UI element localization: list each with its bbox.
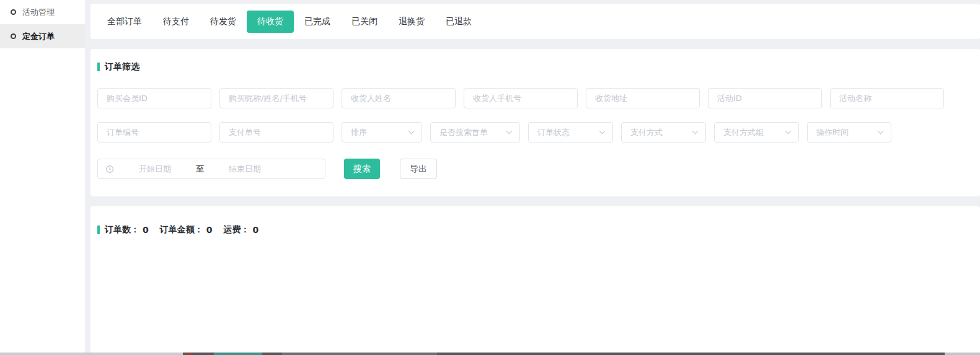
payment-method-select[interactable]: 支付方式 (621, 122, 706, 142)
tab-closed[interactable]: 已关闭 (341, 11, 388, 33)
order-status-select[interactable]: 订单状态 (528, 122, 613, 142)
cutoff-segment (0, 353, 186, 355)
cutoff-content-strip (0, 353, 980, 355)
filter-row-1 (97, 88, 980, 108)
consignee-name-input[interactable] (342, 88, 456, 108)
select-placeholder: 订单状态 (537, 127, 570, 138)
operation-time-select[interactable]: 操作时间 (807, 122, 891, 142)
chevron-down-icon (692, 128, 699, 134)
select-placeholder: 操作时间 (816, 127, 849, 138)
chevron-down-icon (785, 128, 792, 134)
accent-bar (97, 226, 100, 234)
select-placeholder: 排序 (351, 127, 367, 138)
cutoff-segment (945, 353, 980, 355)
order-count-stat: 订单数： 0 (105, 224, 149, 235)
order-count-value: 0 (143, 225, 149, 235)
clock-icon (105, 165, 114, 173)
order-count-label: 订单数： (105, 224, 139, 235)
select-placeholder: 支付方式组 (723, 127, 764, 138)
tab-completed[interactable]: 已完成 (294, 11, 341, 33)
chevron-down-icon (878, 128, 884, 134)
sidebar-item-label: 定金订单 (22, 31, 55, 42)
shipping-fee-label: 运费： (224, 224, 250, 235)
circle-icon (11, 33, 16, 39)
select-placeholder: 是否搜索首单 (439, 127, 488, 138)
chevron-down-icon (599, 128, 606, 134)
activity-id-input[interactable] (708, 88, 822, 108)
sidebar: 活动管理 定金订单 (0, 0, 85, 355)
sidebar-item-deposit-orders[interactable]: 定金订单 (0, 24, 85, 48)
date-range-separator: 至 (196, 164, 204, 175)
tab-pending-receipt[interactable]: 待收货 (247, 11, 294, 33)
order-amount-label: 订单金额： (160, 224, 203, 235)
shipping-fee-value: 0 (253, 225, 259, 235)
buyer-nickname-name-phone-input[interactable] (219, 88, 333, 108)
order-summary-panel: 订单数： 0 订单金额： 0 运费： 0 (90, 206, 980, 355)
filter-row-3: 至 搜索 导出 (97, 159, 980, 179)
payment-method-group-select[interactable]: 支付方式组 (714, 122, 799, 142)
shipping-address-input[interactable] (586, 88, 700, 108)
cutoff-segment (186, 353, 193, 355)
tab-refunded[interactable]: 已退款 (435, 11, 482, 33)
sidebar-item-label: 活动管理 (22, 7, 55, 18)
tab-all-orders[interactable]: 全部订单 (97, 11, 152, 33)
order-summary-row: 订单数： 0 订单金额： 0 运费： 0 (97, 224, 980, 235)
tab-returns-exchanges[interactable]: 退换货 (388, 11, 435, 33)
tab-pending-shipment[interactable]: 待发货 (200, 11, 247, 33)
circle-icon (11, 9, 16, 15)
search-first-order-select[interactable]: 是否搜索首单 (430, 122, 520, 142)
cutoff-segment (282, 353, 437, 355)
payment-number-input[interactable] (219, 122, 333, 142)
shipping-fee-stat: 运费： 0 (224, 224, 259, 235)
consignee-phone-input[interactable] (464, 88, 578, 108)
end-date-input[interactable] (204, 160, 286, 178)
main-content: 全部订单 待支付 待发货 待收货 已完成 已关闭 退换货 已退款 订单筛选 (90, 4, 980, 355)
cutoff-segment (214, 353, 262, 355)
order-amount-stat: 订单金额： 0 (160, 224, 213, 235)
export-button[interactable]: 导出 (400, 159, 437, 179)
sidebar-item-activity-management[interactable]: 活动管理 (0, 0, 85, 24)
chevron-down-icon (408, 128, 415, 134)
date-range-picker[interactable]: 至 (97, 159, 325, 179)
filter-row-2: 排序 是否搜索首单 订单状态 支付方式 支付方式组 操作时间 (97, 122, 980, 142)
activity-name-input[interactable] (830, 88, 944, 108)
sort-select[interactable]: 排序 (342, 122, 422, 142)
chevron-down-icon (506, 128, 513, 134)
select-placeholder: 支付方式 (630, 127, 663, 138)
filter-section-title: 订单筛选 (97, 61, 980, 72)
order-number-input[interactable] (97, 122, 211, 142)
tab-pending-payment[interactable]: 待支付 (152, 11, 200, 33)
buyer-member-id-input[interactable] (97, 88, 211, 108)
order-amount-value: 0 (206, 225, 213, 235)
search-button[interactable]: 搜索 (344, 159, 380, 179)
filter-title-text: 订单筛选 (105, 61, 139, 72)
order-status-tabbar: 全部订单 待支付 待发货 待收货 已完成 已关闭 退换货 已退款 (90, 4, 980, 39)
start-date-input[interactable] (114, 160, 196, 178)
order-filter-panel: 订单筛选 排序 是否搜索首单 订单状态 (90, 49, 980, 196)
accent-bar (97, 63, 100, 71)
